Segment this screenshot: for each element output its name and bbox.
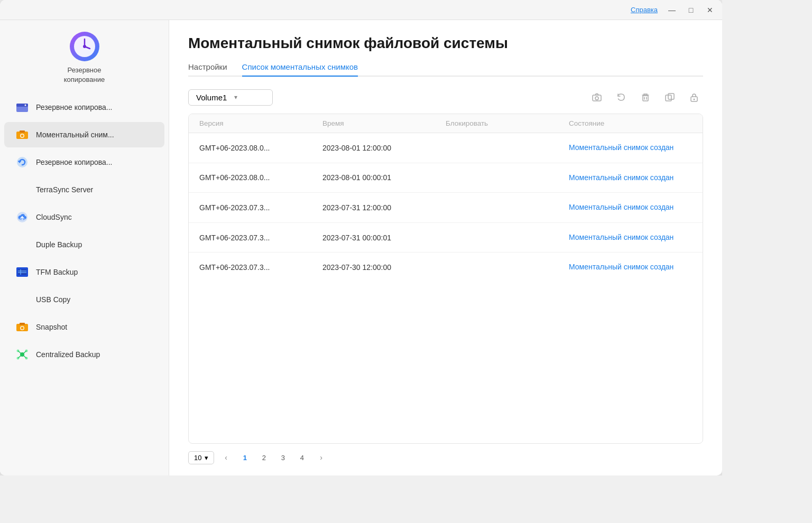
- duple-icon: [15, 237, 30, 252]
- cell-version-0: GMT+06-2023.08.0...: [199, 144, 322, 152]
- per-page-chevron-icon: ▾: [205, 454, 208, 462]
- camera-icon-button[interactable]: [588, 88, 606, 106]
- table-row[interactable]: GMT+06-2023.07.3... 2023-07-31 12:00:00 …: [189, 193, 703, 223]
- sidebar-item-terrasync[interactable]: TerraSync Server: [4, 177, 164, 202]
- sidebar-item-tfm[interactable]: TFM Backup: [4, 259, 164, 285]
- svg-point-24: [21, 327, 24, 330]
- page-4-button[interactable]: 4: [294, 450, 309, 465]
- backup-icon: [15, 100, 30, 115]
- page-title: Моментальный снимок файловой системы: [188, 35, 703, 52]
- page-1-button[interactable]: 1: [237, 450, 252, 465]
- tab-snapshot-list[interactable]: Список моментальных снимков: [242, 62, 358, 77]
- maximize-button[interactable]: □: [686, 5, 696, 15]
- titlebar: Справка — □ ✕: [0, 0, 722, 20]
- app-logo-icon: [69, 31, 100, 62]
- minimize-button[interactable]: —: [667, 5, 677, 15]
- cell-status-4: Моментальный снимок создан: [569, 262, 692, 273]
- sidebar-item-cloudsync[interactable]: CloudSync: [4, 204, 164, 230]
- undo-icon-button[interactable]: [612, 88, 630, 106]
- cell-version-1: GMT+06-2023.08.0...: [199, 173, 322, 182]
- col-version: Версия: [199, 119, 322, 127]
- col-lock: Блокировать: [446, 119, 569, 127]
- cell-time-0: 2023-08-01 12:00:00: [322, 144, 446, 152]
- col-time: Время: [322, 119, 446, 127]
- help-link[interactable]: Справка: [631, 6, 658, 14]
- table-row[interactable]: GMT+06-2023.08.0... 2023-08-01 12:00:00 …: [189, 133, 703, 163]
- sidebar-item-snapshot2[interactable]: Snapshot: [4, 314, 164, 340]
- sidebar-item-backup2[interactable]: Резервное копирова...: [4, 150, 164, 175]
- sidebar-item-duple[interactable]: Duple Backup: [4, 232, 164, 257]
- cell-status-0: Моментальный снимок создан: [569, 143, 692, 153]
- toolbar-row: Volume1 ▾: [188, 88, 703, 106]
- sidebar-item-usbcopy[interactable]: USB Copy: [4, 287, 164, 312]
- svg-point-42: [694, 99, 695, 100]
- sidebar-item-snapshot[interactable]: Моментальный сним...: [4, 122, 164, 147]
- svg-point-35: [595, 97, 598, 100]
- prev-page-button[interactable]: ‹: [218, 450, 233, 465]
- app-window: Справка — □ ✕: [0, 0, 722, 475]
- backup2-icon: [15, 155, 30, 170]
- close-button[interactable]: ✕: [705, 5, 715, 15]
- table-body: GMT+06-2023.08.0... 2023-08-01 12:00:00 …: [189, 133, 703, 443]
- sidebar: Резервноекопирование Резервное копирова.…: [0, 20, 169, 475]
- toolbar-icons: [588, 88, 703, 106]
- sidebar-item-backup2-label: Резервное копирова...: [36, 158, 112, 166]
- cell-time-3: 2023-07-31 00:00:01: [322, 234, 446, 242]
- app-name-label: Резервноекопирование: [64, 66, 105, 84]
- content-area: Моментальный снимок файловой системы Нас…: [169, 20, 722, 475]
- table-row[interactable]: GMT+06-2023.07.3... 2023-07-31 00:00:01 …: [189, 223, 703, 253]
- sidebar-item-cloudsync-label: CloudSync: [36, 213, 72, 221]
- clone-icon-button[interactable]: [661, 88, 679, 106]
- cloud-icon: [15, 210, 30, 225]
- sidebar-item-usbcopy-label: USB Copy: [36, 295, 70, 304]
- sidebar-logo: Резервноекопирование: [0, 25, 169, 94]
- svg-point-11: [21, 135, 24, 137]
- sidebar-item-backup[interactable]: Резервное копирова...: [4, 95, 164, 120]
- sidebar-item-centralized-label: Centralized Backup: [36, 350, 100, 359]
- main-content: Резервноекопирование Резервное копирова.…: [0, 20, 722, 475]
- col-status: Состояние: [569, 119, 692, 127]
- cell-time-2: 2023-07-31 12:00:00: [322, 203, 446, 212]
- pagination: 10 ▾ ‹ 1 2 3 4 ›: [188, 444, 703, 465]
- cell-time-1: 2023-08-01 00:00:01: [322, 173, 446, 182]
- table-row[interactable]: GMT+06-2023.08.0... 2023-08-01 00:00:01 …: [189, 163, 703, 193]
- tabs-bar: Настройки Список моментальных снимков: [188, 62, 703, 77]
- page-2-button[interactable]: 2: [256, 450, 271, 465]
- svg-point-12: [17, 157, 27, 167]
- sidebar-item-tfm-label: TFM Backup: [36, 268, 78, 276]
- table-row[interactable]: GMT+06-2023.07.3... 2023-07-30 12:00:00 …: [189, 253, 703, 282]
- svg-rect-9: [20, 130, 25, 133]
- table-header: Версия Время Блокировать Состояние: [189, 114, 703, 133]
- snapshot-icon: [15, 127, 30, 142]
- cell-version-2: GMT+06-2023.07.3...: [199, 203, 322, 212]
- volume-dropdown[interactable]: Volume1 ▾: [188, 89, 273, 106]
- cell-version-3: GMT+06-2023.07.3...: [199, 234, 322, 242]
- per-page-value: 10: [194, 454, 201, 462]
- next-page-button[interactable]: ›: [313, 450, 328, 465]
- centralized-icon: [15, 347, 30, 362]
- cell-status-1: Моментальный снимок создан: [569, 173, 692, 183]
- cell-time-4: 2023-07-30 12:00:00: [322, 263, 446, 272]
- cell-status-2: Моментальный снимок создан: [569, 202, 692, 213]
- cell-status-3: Моментальный снимок создан: [569, 232, 692, 243]
- tab-settings[interactable]: Настройки: [188, 62, 227, 77]
- sidebar-item-snapshot-label: Моментальный сним...: [36, 130, 114, 139]
- sidebar-item-snapshot2-label: Snapshot: [36, 323, 67, 331]
- tfm-icon: [15, 265, 30, 279]
- usbcopy-icon: [15, 292, 30, 307]
- svg-rect-17: [18, 269, 26, 275]
- svg-rect-6: [16, 104, 28, 107]
- lock-icon-button[interactable]: [685, 88, 703, 106]
- sidebar-item-backup-label: Резервное копирова...: [36, 103, 112, 111]
- svg-point-7: [25, 105, 26, 106]
- sidebar-item-centralized[interactable]: Centralized Backup: [4, 342, 164, 367]
- volume-value: Volume1: [196, 93, 227, 102]
- cell-version-4: GMT+06-2023.07.3...: [199, 263, 322, 272]
- terrasync-icon: [15, 182, 30, 197]
- sidebar-item-duple-label: Duple Backup: [36, 240, 82, 249]
- page-3-button[interactable]: 3: [275, 450, 290, 465]
- per-page-select[interactable]: 10 ▾: [188, 451, 214, 464]
- chevron-down-icon: ▾: [234, 94, 237, 101]
- delete-icon-button[interactable]: [636, 88, 654, 106]
- svg-rect-36: [643, 96, 648, 101]
